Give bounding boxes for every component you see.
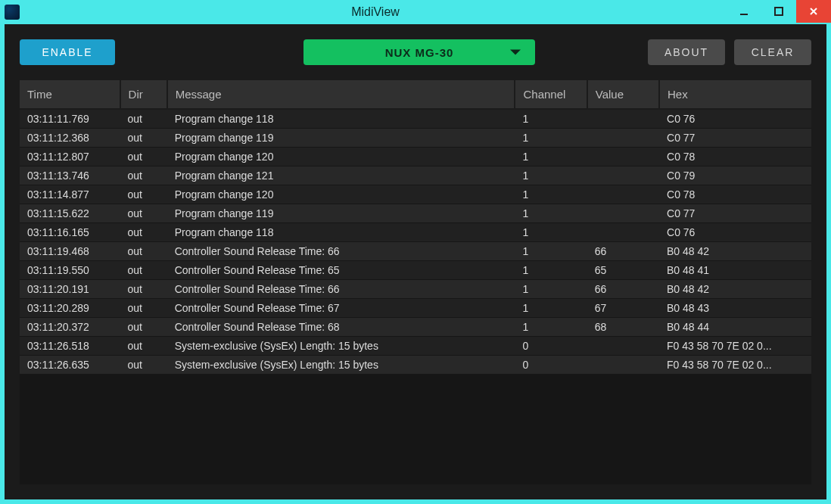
cell-dir: out (120, 242, 167, 261)
table-row[interactable]: 03:11:19.468outController Sound Release … (20, 242, 811, 261)
device-select[interactable]: NUX MG-30 (303, 39, 535, 65)
window-title: MidiView (24, 0, 727, 24)
cell-message: System-exclusive (SysEx) Length: 15 byte… (167, 356, 515, 375)
table-row[interactable]: 03:11:16.165outProgram change 1181C0 76 (20, 223, 811, 242)
cell-time: 03:11:26.518 (20, 337, 120, 356)
cell-value (587, 204, 659, 223)
cell-dir: out (120, 204, 167, 223)
cell-channel: 1 (515, 109, 587, 129)
cell-time: 03:11:12.368 (20, 129, 120, 148)
enable-button[interactable]: ENABLE (20, 39, 115, 65)
cell-message: Controller Sound Release Time: 68 (167, 318, 515, 337)
cell-hex: B0 48 42 (659, 242, 811, 261)
app-body: ENABLE NUX MG-30 ABOUT CLEAR Time (5, 24, 826, 499)
col-hex[interactable]: Hex (659, 80, 811, 109)
col-value[interactable]: Value (587, 80, 659, 109)
table-row[interactable]: 03:11:11.769outProgram change 1181C0 76 (20, 109, 811, 129)
minimize-button[interactable] (727, 0, 761, 23)
cell-dir: out (120, 223, 167, 242)
maximize-icon (774, 7, 783, 16)
table-row[interactable]: 03:11:19.550outController Sound Release … (20, 261, 811, 280)
cell-dir: out (120, 185, 167, 204)
maximize-button[interactable] (761, 0, 796, 23)
cell-value (587, 337, 659, 356)
cell-channel: 1 (515, 166, 587, 185)
cell-message: System-exclusive (SysEx) Length: 15 byte… (167, 337, 515, 356)
cell-hex: B0 48 44 (659, 318, 811, 337)
cell-time: 03:11:19.550 (20, 261, 120, 280)
table-row[interactable]: 03:11:26.635outSystem-exclusive (SysEx) … (20, 356, 811, 375)
table-row[interactable]: 03:11:20.289outController Sound Release … (20, 299, 811, 318)
svg-rect-1 (775, 8, 783, 15)
cell-dir: out (120, 261, 167, 280)
cell-message: Controller Sound Release Time: 65 (167, 261, 515, 280)
table-row[interactable]: 03:11:15.622outProgram change 1191C0 77 (20, 204, 811, 223)
cell-channel: 1 (515, 299, 587, 318)
cell-message: Program change 119 (167, 204, 515, 223)
cell-message: Controller Sound Release Time: 66 (167, 280, 515, 299)
close-button[interactable] (796, 0, 831, 23)
cell-dir: out (120, 299, 167, 318)
svg-rect-0 (740, 14, 748, 15)
cell-hex: B0 48 43 (659, 299, 811, 318)
close-icon (809, 7, 818, 16)
table-row[interactable]: 03:11:26.518outSystem-exclusive (SysEx) … (20, 337, 811, 356)
cell-channel: 1 (515, 148, 587, 166)
cell-channel: 1 (515, 261, 587, 280)
cell-time: 03:11:16.165 (20, 223, 120, 242)
cell-value: 66 (587, 242, 659, 261)
cell-hex: B0 48 42 (659, 280, 811, 299)
table-row[interactable]: 03:11:20.372outController Sound Release … (20, 318, 811, 337)
cell-channel: 1 (515, 280, 587, 299)
clear-button[interactable]: CLEAR (734, 39, 811, 65)
col-channel[interactable]: Channel (515, 80, 587, 109)
minimize-icon (739, 7, 749, 16)
cell-message: Program change 120 (167, 185, 515, 204)
cell-value: 66 (587, 280, 659, 299)
toolbar: ENABLE NUX MG-30 ABOUT CLEAR (20, 39, 811, 65)
table-row[interactable]: 03:11:12.368outProgram change 1191C0 77 (20, 129, 811, 148)
cell-dir: out (120, 337, 167, 356)
cell-time: 03:11:26.635 (20, 356, 120, 375)
cell-value (587, 129, 659, 148)
chevron-down-icon (509, 46, 521, 59)
cell-hex: C0 78 (659, 148, 811, 166)
table-row[interactable]: 03:11:12.807outProgram change 1201C0 78 (20, 148, 811, 166)
cell-time: 03:11:20.289 (20, 299, 120, 318)
cell-value: 68 (587, 318, 659, 337)
cell-value (587, 356, 659, 375)
cell-dir: out (120, 356, 167, 375)
cell-dir: out (120, 280, 167, 299)
cell-value (587, 109, 659, 129)
cell-dir: out (120, 318, 167, 337)
cell-value: 67 (587, 299, 659, 318)
col-time[interactable]: Time (20, 80, 120, 109)
cell-message: Program change 118 (167, 109, 515, 129)
cell-channel: 1 (515, 185, 587, 204)
cell-channel: 1 (515, 318, 587, 337)
device-select-label: NUX MG-30 (385, 46, 454, 59)
col-message[interactable]: Message (167, 80, 515, 109)
cell-time: 03:11:15.622 (20, 204, 120, 223)
cell-hex: C0 79 (659, 166, 811, 185)
cell-value (587, 185, 659, 204)
cell-message: Controller Sound Release Time: 66 (167, 242, 515, 261)
about-button[interactable]: ABOUT (648, 39, 725, 65)
cell-time: 03:11:19.468 (20, 242, 120, 261)
midi-log-table: Time Dir Message Channel Value Hex 03:11… (20, 80, 811, 484)
cell-time: 03:11:14.877 (20, 185, 120, 204)
cell-dir: out (120, 109, 167, 129)
cell-hex: C0 76 (659, 109, 811, 129)
cell-message: Program change 121 (167, 166, 515, 185)
table-row[interactable]: 03:11:20.191outController Sound Release … (20, 280, 811, 299)
cell-hex: C0 76 (659, 223, 811, 242)
cell-time: 03:11:12.807 (20, 148, 120, 166)
table-row[interactable]: 03:11:14.877outProgram change 1201C0 78 (20, 185, 811, 204)
cell-hex: C0 77 (659, 204, 811, 223)
table-row[interactable]: 03:11:13.746outProgram change 1211C0 79 (20, 166, 811, 185)
cell-time: 03:11:13.746 (20, 166, 120, 185)
cell-channel: 1 (515, 204, 587, 223)
col-dir[interactable]: Dir (120, 80, 167, 109)
cell-channel: 1 (515, 223, 587, 242)
cell-channel: 1 (515, 242, 587, 261)
